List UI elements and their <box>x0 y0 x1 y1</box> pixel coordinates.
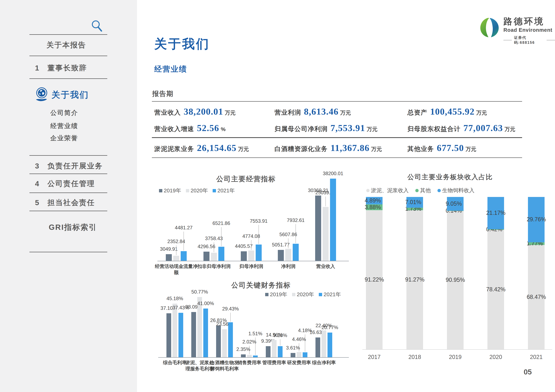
table-rule-middle <box>152 137 522 138</box>
label-leader-line <box>183 232 184 250</box>
year-label: 2020 <box>483 354 509 360</box>
metric-cell: 其他业务677.50万元 <box>407 143 476 153</box>
segment-label: 9.05% <box>446 200 462 207</box>
legend-swatch-icon <box>319 293 322 296</box>
bar-label: 20.77% <box>313 325 347 330</box>
legend-label: 淤泥、泥浆收入 <box>371 187 409 194</box>
sidebar-item-business-performance[interactable]: 经营业绩 <box>0 122 137 130</box>
report-page: 关于本报告 1 董事长致辞 关于我们 公司简介 经营业绩 <box>0 0 555 392</box>
metric-cell: 营业利润8,613.46万元 <box>275 106 351 117</box>
x-axis <box>362 349 552 350</box>
bar-label: 7553.91 <box>241 218 276 224</box>
sidebar-item-number: 1 <box>34 64 40 72</box>
segment-label: 91.22% <box>365 276 384 283</box>
bar-label: 38200.01 <box>316 171 351 176</box>
bar <box>315 196 321 261</box>
metric-label: 营业利润 <box>275 108 301 117</box>
bar-label: 5607.86 <box>271 232 306 237</box>
segment-label: 4.89% <box>365 197 381 204</box>
segment-label: 68.47% <box>527 294 546 300</box>
chart-legend: 2019年2020年2021年 <box>265 291 341 298</box>
bar <box>166 254 172 261</box>
chart-revenue-share-by-segment: 公司主要业务板块收入占比淤泥、泥浆收入其他生物饲料收入91.22%3.88%4.… <box>362 171 555 373</box>
bar <box>173 256 179 261</box>
metric-unit: 万元 <box>340 109 351 116</box>
year-label: 2019 <box>443 354 468 360</box>
metric-cell: 营业收入38,200.01万元 <box>154 106 236 117</box>
sidebar-item-responsibility-management[interactable]: 4 公司责任管理 <box>0 179 137 188</box>
metric-unit: 万元 <box>476 109 487 116</box>
sidebar-item-social-responsibility[interactable]: 5 担当社会责任 <box>0 198 137 207</box>
bar <box>278 250 284 261</box>
metric-cell: 总资产100,455.92万元 <box>407 106 487 117</box>
legend-swatch-icon <box>366 189 370 192</box>
bar <box>297 352 301 357</box>
sidebar-item-corporate-honors[interactable]: 企业荣誉 <box>0 134 137 142</box>
bar <box>256 244 262 261</box>
category-label: 营业收入 <box>303 263 348 269</box>
legend-swatch-icon <box>186 189 189 192</box>
dash-decoration <box>504 40 512 40</box>
metric-label: 归母股东权益合计 <box>407 125 460 133</box>
metric-cell: 归母股东权益合计77,007.63万元 <box>407 123 515 133</box>
bar <box>241 251 247 261</box>
metric-unit: 万元 <box>504 126 515 133</box>
sidebar-item-company-profile[interactable]: 公司简介 <box>0 109 137 117</box>
bar-label: 2.35% <box>226 347 261 352</box>
metric-value: 100,455.92 <box>430 106 475 117</box>
search-icon[interactable] <box>90 19 103 33</box>
segment-label: 29.76% <box>527 216 546 223</box>
bar <box>211 253 217 261</box>
bar <box>216 325 221 357</box>
legend-item: 生物饲料收入 <box>438 187 475 194</box>
bar <box>291 353 295 357</box>
metric-label: 白酒糟资源化业务 <box>275 144 328 153</box>
sidebar: 关于本报告 1 董事长致辞 关于我们 公司简介 经营业绩 <box>0 0 137 392</box>
sidebar-item-responsible-business[interactable]: 3 负责任开展业务 <box>0 161 137 171</box>
sidebar-item-label: 关于我们 <box>51 89 89 101</box>
bar <box>285 249 291 261</box>
divider <box>29 56 107 56</box>
bar <box>178 313 183 357</box>
sidebar-item-label: 关于本报告 <box>46 40 86 50</box>
metric-value: 8,613.46 <box>304 106 339 117</box>
bar <box>293 244 299 261</box>
legend-label: 2021年 <box>217 187 235 194</box>
label-leader-line <box>299 343 299 351</box>
label-leader-line <box>230 313 231 322</box>
logo-company-name-cn: 路德环境 <box>504 17 555 26</box>
sidebar-item-label: 公司简介 <box>50 108 78 117</box>
sidebar-item-chairman-address[interactable]: 1 董事长致辞 <box>0 63 137 73</box>
sidebar-item-about-report[interactable]: 关于本报告 <box>0 40 137 50</box>
metric-value: 677.50 <box>437 143 464 153</box>
chart-main-operating-indicators: 公司主要经营指标2019年2020年2021年3049.912352.84448… <box>152 170 350 271</box>
bar-label: 29.43% <box>213 306 248 312</box>
bar <box>241 354 246 357</box>
bar-label: 41.00% <box>188 301 223 306</box>
bar <box>218 247 224 261</box>
logo-leaf-icon <box>479 17 500 39</box>
bar-label: 6521.86 <box>204 221 239 226</box>
legend-swatch-icon <box>265 293 269 296</box>
chart-key-financial-indicators: 公司关键财务指标2019年2020年2021年37.10%45.18%37.43… <box>157 278 350 376</box>
bar <box>248 250 254 261</box>
segment-label: 3.88% <box>365 204 381 211</box>
sidebar-item-about-us[interactable]: 关于我们 <box>0 88 137 101</box>
sidebar-item-label: 担当社会责任 <box>47 198 95 207</box>
metric-label: 归属母公司净利润 <box>275 125 328 133</box>
legend-label: 2019年 <box>164 187 181 194</box>
legend-label: 2020年 <box>191 187 208 194</box>
legend-swatch-icon <box>415 189 419 192</box>
sidebar-item-gri-index[interactable]: GRI指标索引 <box>0 222 137 232</box>
bar-label: 7932.61 <box>278 218 313 223</box>
label-leader-line <box>249 346 249 354</box>
x-axis <box>158 357 349 358</box>
divider <box>29 192 107 193</box>
label-leader-line <box>214 242 214 252</box>
logo-stock-code: 证券代码:688156 <box>504 35 555 45</box>
legend-label: 2019年 <box>270 291 287 298</box>
metric-unit: 万元 <box>466 146 476 153</box>
bar-label: 2352.84 <box>159 239 194 244</box>
metric-cell: 归属母公司净利润7,553.91万元 <box>275 123 378 133</box>
bar-label: 4774.08 <box>234 234 269 239</box>
